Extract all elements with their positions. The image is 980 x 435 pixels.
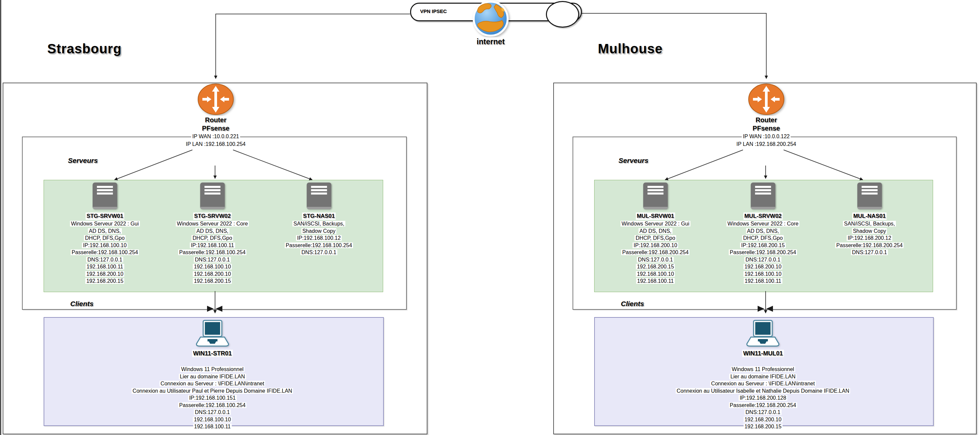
router-name-line2: PFsense: [201, 124, 231, 132]
router-name-line1: Router: [204, 116, 228, 124]
router-icon: [748, 83, 784, 115]
server-node: STG-SRVW02 Windows Serveur 2022 : CoreAD…: [176, 183, 249, 285]
junction-arrow-right: [766, 306, 773, 312]
globe-icon: [472, 0, 509, 37]
server-node: MUL-NAS01 SAN/iSCSI, Backups,Shadow Copy…: [835, 183, 904, 256]
client-name: WIN11-STR01: [192, 350, 233, 357]
server-node: MUL-SRVW01 Windows Serveur 2022 : GuiAD …: [620, 183, 690, 285]
server-details: Windows Serveur 2022 : GuiAD DS, DNS,DHC…: [620, 220, 690, 285]
router-wan-ip: IP WAN :10.0.0.221: [191, 132, 240, 140]
servers-zone-label: Serveurs: [619, 156, 648, 164]
laptop-icon: [195, 320, 230, 348]
router-lan-ip: IP LAN :192.168.100.254: [185, 140, 247, 148]
junction-arrow-right: [216, 306, 222, 312]
server-node: MUL-SRVW02 Windows Serveur 2022 : CoreAD…: [726, 183, 799, 285]
client-name: WIN11-MUL01: [742, 350, 784, 357]
router-wan-ip: IP WAN :10.0.0.122: [742, 132, 791, 140]
wire-router-to-nas: [784, 150, 863, 180]
server-icon: [643, 183, 668, 209]
vpn-tunnel-label: VPN IPSEC: [420, 3, 447, 19]
clients-zone-label: Clients: [70, 300, 94, 308]
server-node: STG-NAS01 SAN/iSCSI, Backups,Shadow Copy…: [285, 183, 353, 256]
wire-router-to-nas: [233, 150, 312, 180]
server-details: Windows Serveur 2022 : CoreAD DS, DNS,DH…: [726, 220, 799, 285]
server-icon: [200, 183, 225, 209]
laptop-icon: [746, 320, 780, 348]
client-node: WIN11-MUL01 Windows 11 ProfessionnelLier…: [676, 320, 850, 430]
site-title-strasbourg: Strasbourg: [47, 41, 121, 56]
network-diagram: Strasbourg Serveurs Clients Router PFsen…: [0, 0, 980, 435]
server-icon: [92, 183, 117, 209]
servers-zone-label: Serveurs: [68, 156, 98, 164]
server-icon: [857, 183, 882, 209]
client-details: Windows 11 ProfessionnelLier au domaine …: [132, 366, 293, 430]
vpn-endpoint-circle: [546, 1, 579, 28]
router-name-line1: Router: [755, 116, 778, 124]
router-labels: Router PFsense IP WAN :10.0.0.221 IP LAN…: [185, 116, 247, 148]
server-name: MUL-SRVW02: [743, 212, 783, 220]
site-title-mulhouse: Mulhouse: [598, 41, 663, 56]
server-name: MUL-SRVW01: [636, 212, 675, 220]
client-details: Windows 11 ProfessionnelLier au domaine …: [676, 366, 850, 430]
wire-router-to-srv1: [115, 150, 192, 180]
router-name-line2: PFsense: [752, 124, 781, 132]
server-name: MUL-NAS01: [852, 212, 886, 220]
server-name: STG-NAS01: [302, 212, 336, 220]
wire-router-to-srv1: [665, 150, 743, 180]
junction-arrow-left: [758, 306, 764, 312]
client-node: WIN11-STR01 Windows 11 ProfessionnelLier…: [132, 320, 293, 430]
server-name: STG-SRVW01: [86, 212, 124, 220]
clients-zone-label: Clients: [621, 300, 644, 308]
server-icon: [307, 183, 331, 209]
server-node: STG-SRVW01 Windows Serveur 2022 : GuiAD …: [70, 183, 140, 285]
router-lan-ip: IP LAN :192.168.200.254: [735, 140, 797, 148]
server-name: STG-SRVW02: [193, 212, 232, 220]
junction-arrow-left: [207, 306, 214, 312]
server-details: Windows Serveur 2022 : GuiAD DS, DNS,DHC…: [70, 220, 140, 285]
router-labels: Router PFsense IP WAN :10.0.0.122 IP LAN…: [735, 116, 797, 148]
server-details: Windows Serveur 2022 : CoreAD DS, DNS,DH…: [176, 220, 249, 285]
server-icon: [751, 183, 775, 209]
internet-label: internet: [476, 37, 506, 46]
router-icon: [197, 83, 234, 115]
wire-vpn-to-strasbourg: [216, 14, 410, 79]
server-details: SAN/iSCSI, Backups,Shadow CopyIP:192.168…: [835, 220, 904, 256]
server-details: SAN/iSCSI, Backups,Shadow CopyIP:192.168…: [285, 220, 353, 256]
